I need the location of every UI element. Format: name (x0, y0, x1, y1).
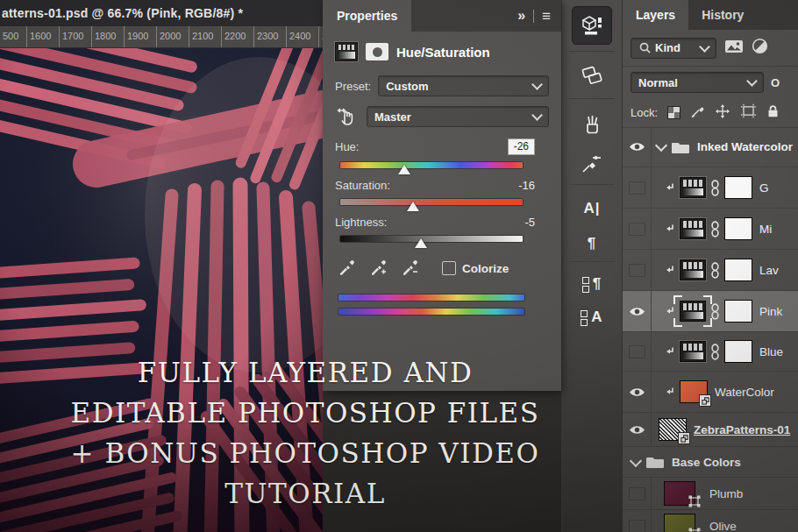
saturation-slider[interactable] (340, 199, 523, 205)
link-icon (710, 344, 720, 360)
layer-row-pink-selected[interactable]: Pink (623, 291, 798, 332)
dock-character-styles-panel-button[interactable]: A (562, 298, 622, 337)
hue-slider[interactable] (340, 162, 523, 168)
lock-transparency-icon[interactable] (667, 106, 680, 119)
visibility-toggle[interactable] (623, 291, 652, 331)
layer-row-adjustment[interactable]: Lav (623, 250, 798, 291)
layer-name: Olive (709, 520, 737, 532)
overlay-line: FULLY LAYERED AND (46, 352, 565, 393)
layer-row-watercolor[interactable]: WaterColor (623, 372, 798, 413)
opacity-label-partial: O (771, 76, 780, 89)
properties-tabbar: Properties » ≡ (323, 0, 561, 32)
lock-pixels-brush-icon[interactable] (690, 103, 705, 122)
preset-label: Preset: (335, 80, 371, 93)
lock-artboard-icon[interactable] (740, 103, 757, 122)
visibility-toggle[interactable] (623, 127, 652, 167)
hue-value[interactable]: -26 (508, 138, 535, 155)
adjustment-layer-thumbnail[interactable] (680, 341, 706, 362)
dock-brush-settings-panel-button[interactable] (562, 145, 622, 183)
channel-dropdown[interactable]: Master (367, 106, 549, 127)
eye-icon (629, 306, 645, 317)
eye-hidden-box (629, 181, 645, 195)
adjustment-layer-thumbnail[interactable] (680, 301, 706, 322)
visibility-toggle[interactable] (623, 250, 652, 290)
photoshop-workspace: atterns-01.psd @ 66.7% (Pink, RGB/8#) * … (0, 0, 798, 532)
eye-hidden-box (629, 487, 645, 500)
visibility-toggle[interactable] (623, 413, 652, 446)
chevron-down-icon (531, 79, 543, 90)
properties-panel: Properties » ≡ Hue/Saturation Preset: Cu… (323, 0, 561, 391)
layer-mask-icon[interactable] (366, 43, 388, 60)
layer-name: Base Colors (672, 456, 741, 469)
eyedropper-icon[interactable] (338, 258, 356, 279)
adjustment-layer-thumbnail[interactable] (680, 218, 706, 239)
visibility-toggle[interactable] (623, 372, 652, 412)
layer-name: Lav (759, 264, 779, 277)
targeted-adjustment-tool-icon[interactable] (335, 105, 360, 128)
preset-value: Custom (386, 80, 533, 93)
tab-history[interactable]: History (688, 0, 757, 30)
hue-spectrum-bars (338, 294, 524, 315)
group-expand-chevron-icon[interactable] (655, 139, 667, 152)
eyedropper-minus-icon[interactable] (402, 258, 419, 279)
dock-brushes-panel-button[interactable] (562, 105, 622, 144)
link-icon (710, 180, 720, 196)
smart-object-thumbnail[interactable] (680, 380, 708, 403)
tab-layers[interactable]: Layers (623, 0, 688, 30)
layer-row-adjustment[interactable]: Blue (623, 332, 798, 372)
tab-properties[interactable]: Properties (323, 0, 411, 32)
dock-materials-panel-button[interactable] (562, 56, 622, 95)
layer-mask-thumbnail[interactable] (724, 340, 752, 363)
overlay-line: TUTORIAL (46, 473, 565, 514)
layer-row-olive[interactable]: Olive (623, 510, 798, 532)
divider (533, 10, 534, 23)
panel-menu-icon[interactable]: ≡ (542, 9, 551, 24)
layer-row-inked-watercolor[interactable]: Inked Watercolor (623, 127, 798, 167)
layer-row-adjustment[interactable]: Mi (623, 209, 798, 250)
visibility-toggle[interactable] (623, 510, 652, 532)
lock-all-icon[interactable] (766, 104, 780, 122)
saturation-value[interactable]: -16 (518, 179, 535, 192)
hue-slider-thumb[interactable] (398, 165, 410, 174)
lightness-slider-thumb[interactable] (415, 238, 427, 248)
layer-row-adjustment[interactable]: G (623, 167, 798, 209)
dock-3d-panel-button[interactable] (572, 6, 612, 45)
color-layer-thumbnail[interactable] (664, 481, 695, 506)
layer-mask-thumbnail[interactable] (724, 259, 752, 281)
layer-mask-thumbnail[interactable] (724, 176, 752, 199)
lock-position-move-icon[interactable] (715, 103, 730, 123)
layer-name: WaterColor (715, 386, 774, 399)
visibility-toggle[interactable] (623, 478, 652, 509)
visibility-toggle[interactable] (623, 167, 652, 208)
group-expand-chevron-icon[interactable] (630, 454, 642, 466)
adjustment-layer-thumbnail[interactable] (680, 259, 706, 280)
visibility-toggle[interactable] (623, 332, 652, 371)
colorize-checkbox[interactable] (442, 261, 456, 275)
lightness-slider[interactable] (340, 236, 523, 242)
layer-mask-thumbnail[interactable] (724, 217, 752, 240)
lightness-value[interactable]: -5 (524, 216, 535, 229)
visibility-toggle[interactable] (623, 209, 652, 249)
color-layer-thumbnail[interactable] (664, 514, 695, 532)
collapse-panel-icon[interactable]: » (517, 8, 525, 24)
link-icon (710, 221, 720, 238)
dock-paragraph-panel-button[interactable]: ¶ (562, 224, 622, 263)
eyedropper-plus-icon[interactable] (370, 258, 388, 279)
layer-row-base-colors[interactable]: Base Colors (623, 447, 798, 478)
clipping-mask-arrow-icon (664, 387, 674, 397)
smart-object-thumbnail[interactable] (659, 418, 687, 441)
dock-character-panel-button[interactable]: A| (562, 189, 622, 228)
layer-row-plumb[interactable]: Plumb (623, 478, 798, 510)
layer-mask-thumbnail[interactable] (724, 300, 752, 323)
eye-hidden-box (629, 520, 645, 532)
preset-dropdown[interactable]: Custom (378, 75, 549, 96)
blend-mode-dropdown[interactable]: Normal (631, 72, 764, 93)
adjustment-layer-thumbnail[interactable] (680, 177, 706, 198)
filter-pixel-layers-icon[interactable] (724, 39, 744, 58)
filter-kind-dropdown[interactable]: Kind (631, 38, 716, 59)
layer-row-zebrapatterns[interactable]: ZebraPatterns-01 (623, 413, 798, 447)
eye-icon (629, 424, 645, 436)
lock-label: Lock: (631, 106, 658, 119)
filter-adjustment-layers-icon[interactable] (752, 38, 768, 58)
saturation-slider-thumb[interactable] (407, 202, 419, 211)
